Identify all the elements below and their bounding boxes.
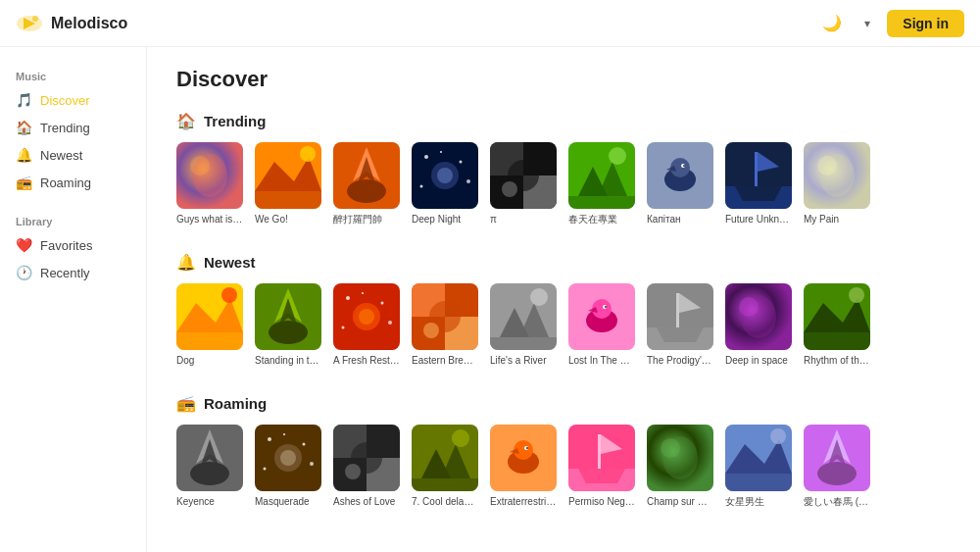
svg-point-131 — [817, 462, 857, 485]
svg-point-18 — [466, 179, 470, 183]
music-card[interactable]: My Pain — [804, 142, 870, 226]
music-card[interactable]: Life's a River — [490, 283, 557, 367]
svg-point-77 — [605, 306, 607, 308]
card-label: 春天在專業 — [568, 213, 635, 226]
svg-point-9 — [300, 146, 316, 162]
app-name: Melodisco — [51, 15, 127, 32]
music-card[interactable]: Extraterrestrial Love — [490, 425, 557, 508]
card-label: Guys what is wron... — [176, 213, 243, 226]
signin-button[interactable]: Sign in — [887, 10, 964, 37]
svg-point-99 — [264, 468, 267, 471]
newest-section-icon: 🔔 — [176, 253, 196, 272]
roaming-section-icon: 📻 — [176, 394, 196, 413]
music-card[interactable]: 7. Cool delayed kick — [412, 425, 478, 508]
card-label: Deep in space — [725, 354, 792, 367]
sidebar-item-favorites[interactable]: ❤️ Favorites — [0, 231, 146, 259]
music-card[interactable]: π — [490, 142, 557, 226]
card-thumbnail — [568, 425, 635, 491]
music-card[interactable]: Eastern Breeze — [412, 283, 478, 367]
music-card[interactable]: Keyence — [176, 425, 243, 508]
svg-marker-120 — [578, 469, 625, 483]
card-label: Ashes of Love — [333, 495, 400, 508]
card-thumbnail — [647, 425, 713, 491]
card-thumbnail — [725, 283, 792, 350]
page-title: Discover — [176, 67, 951, 92]
sidebar-item-newest[interactable]: 🔔 Newest — [0, 141, 146, 169]
music-card[interactable]: Deep Night — [412, 142, 478, 226]
card-thumbnail — [412, 142, 478, 209]
card-thumbnail — [725, 142, 792, 209]
svg-point-5 — [190, 156, 210, 176]
svg-point-71 — [530, 288, 548, 306]
trending-grid: Guys what is wron... We Go! 醉打羅門帥 Deep N… — [176, 142, 951, 226]
svg-point-101 — [280, 450, 296, 466]
card-thumbnail — [804, 283, 870, 350]
music-card[interactable]: 春天在專業 — [568, 142, 635, 226]
music-card[interactable]: Champ sur Drac — [647, 425, 713, 508]
card-label: Masquerade — [255, 495, 321, 508]
svg-point-16 — [460, 161, 463, 164]
svg-point-61 — [359, 309, 374, 325]
svg-point-111 — [452, 429, 469, 447]
sidebar-item-recently-label: Recently — [40, 266, 90, 280]
music-card[interactable]: Guys what is wron... — [176, 142, 243, 226]
music-card[interactable]: Deep in space — [725, 283, 792, 367]
card-label: Future Unknown — [725, 213, 792, 226]
chevron-down-button[interactable]: ▾ — [856, 12, 879, 35]
music-card[interactable]: Future Unknown — [725, 142, 792, 226]
svg-point-95 — [268, 437, 271, 441]
music-card[interactable]: Standing in the pro... — [255, 283, 321, 367]
music-card[interactable]: Masquerade — [255, 425, 321, 508]
music-card[interactable]: Dog — [176, 283, 243, 367]
card-label: My Pain — [804, 213, 870, 226]
svg-rect-81 — [676, 293, 679, 327]
card-label: Eastern Breeze — [412, 354, 478, 367]
music-card[interactable]: Lost In The Wind — [568, 283, 635, 367]
svg-point-98 — [310, 462, 314, 466]
music-card[interactable]: The Prodigy's Sym... — [647, 283, 713, 367]
roaming-section: 📻 Roaming Keyence Masquerade Ashes of Lo… — [176, 394, 951, 508]
music-card[interactable]: A Fresh Restart — [333, 283, 400, 367]
sidebar-item-recently[interactable]: 🕐 Recently — [0, 259, 146, 286]
music-card[interactable]: Rhythm of the Night — [804, 283, 870, 367]
svg-point-55 — [346, 296, 350, 300]
card-thumbnail — [804, 425, 870, 491]
music-card[interactable]: We Go! — [255, 142, 321, 226]
sidebar-item-discover[interactable]: 🎵 Discover — [0, 86, 146, 114]
card-thumbnail — [176, 283, 243, 350]
music-card[interactable]: 醉打羅門帥 — [333, 142, 400, 226]
svg-point-37 — [683, 165, 685, 167]
newest-section-label: Newest — [204, 254, 256, 271]
music-card[interactable]: Капітан — [647, 142, 713, 226]
svg-rect-128 — [725, 474, 792, 491]
card-thumbnail — [412, 425, 478, 491]
card-label: A Fresh Restart — [333, 354, 400, 367]
svg-point-106 — [345, 464, 361, 479]
card-thumbnail — [255, 142, 321, 209]
card-label: The Prodigy's Sym... — [647, 354, 713, 367]
theme-toggle-button[interactable]: 🌙 — [816, 8, 848, 39]
newest-grid: Dog Standing in the pro... A Fresh Resta… — [176, 283, 951, 367]
logo-icon — [16, 10, 43, 37]
main-content: Discover 🏠 Trending Guys what is wron...… — [147, 47, 980, 552]
music-card[interactable]: Permiso Negado — [568, 425, 635, 508]
sidebar-item-trending[interactable]: 🏠 Trending — [0, 114, 146, 141]
card-label: Permiso Negado — [568, 495, 635, 508]
svg-point-117 — [526, 447, 528, 449]
music-card[interactable]: 愛しい春馬 (Belove... — [804, 425, 870, 508]
sidebar-item-discover-label: Discover — [40, 93, 90, 108]
svg-point-57 — [362, 292, 364, 294]
music-card[interactable]: Ashes of Love — [333, 425, 400, 508]
sidebar: Music 🎵 Discover 🏠 Trending 🔔 Newest 📻 R… — [0, 47, 147, 552]
svg-point-45 — [817, 156, 837, 176]
library-section-label: Library — [0, 208, 146, 231]
card-thumbnail — [804, 142, 870, 209]
sidebar-item-trending-label: Trending — [40, 121, 90, 135]
svg-rect-8 — [255, 191, 321, 209]
music-card[interactable]: 女星男生 — [725, 425, 792, 508]
card-label: Life's a River — [490, 354, 557, 367]
sidebar-item-roaming[interactable]: 📻 Roaming — [0, 169, 146, 196]
card-thumbnail — [490, 425, 557, 491]
card-label: Dog — [176, 354, 243, 367]
card-label: 愛しい春馬 (Belove... — [804, 495, 870, 508]
